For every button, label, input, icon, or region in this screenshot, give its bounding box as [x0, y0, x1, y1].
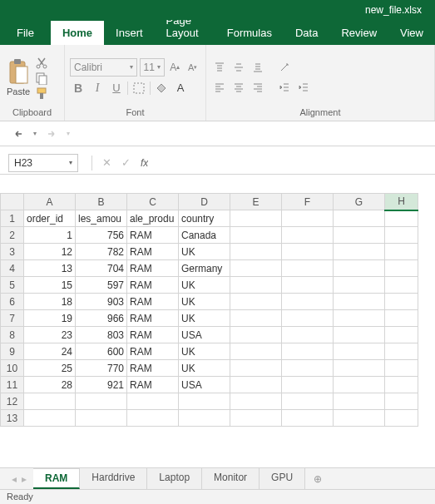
decrease-indent-icon[interactable] [276, 79, 293, 96]
cell-D10[interactable]: UK [179, 360, 230, 377]
cell-A3[interactable]: 12 [24, 244, 76, 260]
cell-A1[interactable]: order_id [24, 210, 76, 227]
cell-B2[interactable]: 756 [76, 227, 127, 244]
align-left-icon[interactable] [211, 79, 228, 96]
cell-G11[interactable] [334, 377, 385, 393]
cell-G8[interactable] [334, 327, 385, 343]
cell-D13[interactable] [179, 410, 230, 427]
col-header-C[interactable]: C [127, 194, 179, 210]
cell-B10[interactable]: 770 [76, 360, 127, 377]
chevron-down-icon[interactable]: ▾ [69, 159, 72, 166]
align-center-icon[interactable] [230, 79, 247, 96]
cell-C3[interactable]: RAM [127, 244, 179, 260]
sheet-tab-ram[interactable]: RAM [33, 468, 80, 489]
cell-A7[interactable]: 19 [24, 310, 76, 327]
cell-G13[interactable] [334, 410, 385, 427]
cell-F4[interactable] [282, 260, 334, 277]
cell-E13[interactable] [230, 410, 282, 427]
cell-H10[interactable] [385, 360, 418, 377]
enter-formula-icon[interactable]: ✓ [121, 156, 131, 169]
cell-D12[interactable] [179, 393, 230, 410]
cell-E2[interactable] [230, 227, 282, 244]
row-header-1[interactable]: 1 [1, 210, 24, 227]
cell-A12[interactable] [24, 393, 76, 410]
cell-C12[interactable] [127, 393, 179, 410]
row-header-10[interactable]: 10 [1, 360, 24, 377]
cell-B9[interactable]: 600 [76, 343, 127, 360]
cell-D5[interactable]: UK [179, 277, 230, 294]
cell-E7[interactable] [230, 310, 282, 327]
row-header-11[interactable]: 11 [1, 377, 24, 393]
cell-C11[interactable]: RAM [127, 377, 179, 393]
cell-F6[interactable] [282, 294, 334, 310]
orientation-icon[interactable] [276, 59, 293, 76]
cell-D1[interactable]: country [179, 210, 230, 227]
increase-indent-icon[interactable] [295, 79, 312, 96]
align-right-icon[interactable] [250, 79, 266, 96]
row-header-8[interactable]: 8 [1, 327, 24, 343]
cell-B13[interactable] [76, 410, 127, 427]
cell-G9[interactable] [334, 343, 385, 360]
cell-B1[interactable]: les_amou [76, 210, 127, 227]
cell-F7[interactable] [282, 310, 334, 327]
col-header-G[interactable]: G [334, 194, 385, 210]
cell-F5[interactable] [282, 277, 334, 294]
cell-G3[interactable] [334, 244, 385, 260]
paste-button[interactable]: Paste [5, 57, 32, 98]
cell-A2[interactable]: 1 [24, 227, 76, 244]
cell-B5[interactable]: 597 [76, 277, 127, 294]
fill-color-button[interactable] [153, 80, 170, 96]
cell-C8[interactable]: RAM [127, 327, 179, 343]
spreadsheet-grid[interactable]: ABCDEFGH1order_idles_amouale_producountr… [0, 193, 435, 427]
cell-F8[interactable] [282, 327, 334, 343]
formula-input[interactable] [148, 154, 435, 172]
decrease-font-icon[interactable]: A▾ [185, 59, 200, 76]
cell-G5[interactable] [334, 277, 385, 294]
increase-font-icon[interactable]: A▴ [167, 59, 183, 76]
cell-E1[interactable] [230, 210, 282, 227]
cell-E12[interactable] [230, 393, 282, 410]
cell-D2[interactable]: Canada [179, 227, 230, 244]
cell-C13[interactable] [127, 410, 179, 427]
cell-F9[interactable] [282, 343, 334, 360]
cell-H8[interactable] [385, 327, 418, 343]
cell-G2[interactable] [334, 227, 385, 244]
name-box[interactable]: H23 ▾ [8, 154, 78, 172]
copy-icon[interactable] [35, 72, 48, 85]
tab-review[interactable]: Review [329, 21, 388, 45]
sheet-nav-next-icon[interactable]: ▸ [22, 473, 27, 485]
cell-A13[interactable] [24, 410, 76, 427]
cell-C6[interactable]: RAM [127, 294, 179, 310]
font-size-combo[interactable]: 11▾ [140, 58, 165, 77]
cell-D4[interactable]: Germany [179, 260, 230, 277]
cell-G6[interactable] [334, 294, 385, 310]
cell-E4[interactable] [230, 260, 282, 277]
cell-A9[interactable]: 24 [24, 343, 76, 360]
cell-H13[interactable] [385, 410, 418, 427]
cell-H2[interactable] [385, 227, 418, 244]
row-header-3[interactable]: 3 [1, 244, 24, 260]
font-name-combo[interactable]: Calibri▾ [70, 58, 137, 77]
sheet-tab-laptop[interactable]: Laptop [147, 468, 202, 489]
bold-button[interactable]: B [70, 80, 87, 96]
row-header-9[interactable]: 9 [1, 343, 24, 360]
cell-D11[interactable]: USA [179, 377, 230, 393]
align-middle-icon[interactable] [230, 59, 247, 76]
sheet-nav-prev-icon[interactable]: ◂ [12, 473, 17, 485]
cell-G1[interactable] [334, 210, 385, 227]
row-header-12[interactable]: 12 [1, 393, 24, 410]
cell-B8[interactable]: 803 [76, 327, 127, 343]
cell-A6[interactable]: 18 [24, 294, 76, 310]
cell-C7[interactable]: RAM [127, 310, 179, 327]
cell-B6[interactable]: 903 [76, 294, 127, 310]
tab-data[interactable]: Data [284, 21, 329, 45]
col-header-E[interactable]: E [230, 194, 282, 210]
cell-A10[interactable]: 25 [24, 360, 76, 377]
cell-C2[interactable]: RAM [127, 227, 179, 244]
redo-button[interactable] [43, 126, 60, 142]
cell-H11[interactable] [385, 377, 418, 393]
font-color-button[interactable]: A [172, 80, 189, 96]
cell-A5[interactable]: 15 [24, 277, 76, 294]
tab-formulas[interactable]: Formulas [215, 21, 284, 45]
cell-H1[interactable] [385, 210, 418, 227]
